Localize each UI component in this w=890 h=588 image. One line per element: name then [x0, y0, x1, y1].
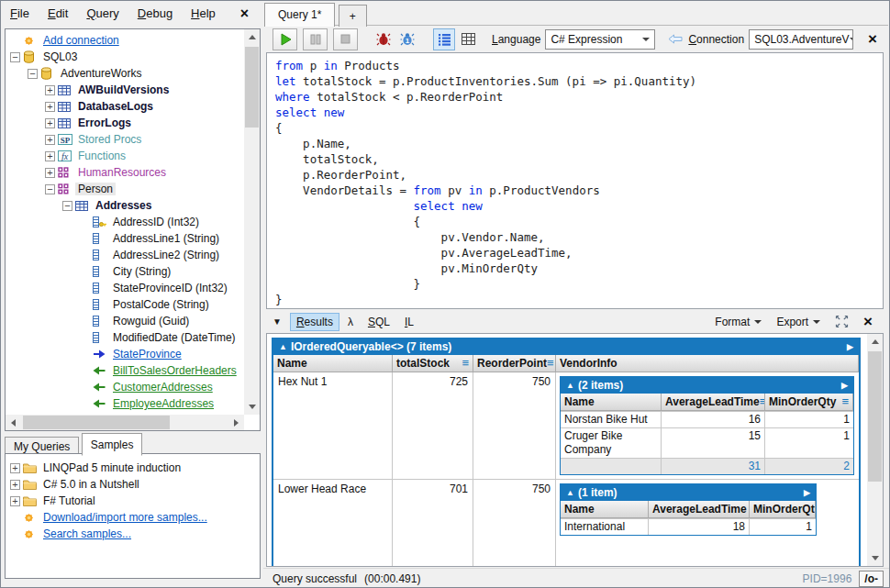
tree-item[interactable]: AddressID (Int32) [7, 214, 244, 230]
scroll-down-icon[interactable] [244, 399, 260, 415]
tree-item[interactable]: +AWBuildVersions [7, 82, 244, 98]
results-vertical-scrollbar[interactable] [867, 334, 883, 566]
tab-samples[interactable]: Samples [82, 433, 143, 456]
column-header-averageleadtime[interactable]: AverageLeadTime [649, 501, 750, 517]
tree-item[interactable]: PostalCode (String) [7, 296, 244, 313]
menu-help[interactable]: Help [182, 2, 225, 25]
data-grid-results-toggle[interactable] [457, 28, 479, 50]
nested-table-title-bar[interactable]: ▲(1 item)▶ [561, 484, 816, 501]
tree-item[interactable]: +ErrorLogs [7, 115, 244, 131]
tab-sql[interactable]: SQL [362, 313, 396, 331]
tab-il[interactable]: IL [398, 313, 420, 331]
expand-toggle[interactable]: + [45, 135, 55, 145]
scroll-right-icon[interactable] [228, 415, 244, 430]
tree-item[interactable]: Search samples... [7, 526, 260, 542]
tree-item[interactable]: +HumanResources [7, 164, 244, 181]
tree-item[interactable]: +fxFunctions [7, 148, 244, 164]
scrollbar-thumb[interactable] [868, 351, 882, 482]
expand-toggle[interactable]: + [10, 463, 20, 473]
menu-edit[interactable]: Edit [39, 2, 77, 25]
expand-toggle[interactable]: + [10, 496, 20, 506]
collapse-toggle[interactable]: − [10, 52, 20, 62]
debug-button[interactable]: 1 [396, 28, 418, 50]
tree-horizontal-scrollbar[interactable] [6, 415, 244, 430]
column-header-reorderpoint[interactable]: ReorderPoint≡ [473, 355, 556, 372]
collapse-results-icon[interactable]: ▼ [273, 316, 282, 327]
tree-item[interactable]: Add connection [7, 32, 244, 49]
scroll-left-icon[interactable] [6, 415, 21, 430]
pause-button[interactable] [303, 28, 328, 50]
tree-item[interactable]: +LINQPad 5 minute induction [7, 460, 260, 476]
column-menu-icon[interactable]: ≡ [462, 359, 469, 368]
scroll-down-icon[interactable] [867, 550, 883, 566]
expand-right-icon[interactable]: ▶ [847, 342, 853, 351]
scroll-up-icon[interactable] [867, 334, 883, 349]
tab-lambda[interactable]: λ [341, 313, 360, 331]
collapse-toggle[interactable]: − [28, 69, 38, 79]
close-icon[interactable]: × [237, 7, 252, 20]
tree-item[interactable]: AddressLine2 (String) [7, 247, 244, 263]
column-header-totalstock[interactable]: totalStock≡ [393, 355, 473, 372]
tab-results[interactable]: Results [290, 313, 339, 331]
query-editor[interactable]: from p in Productslet totalStock = p.Pro… [266, 52, 884, 309]
tree-item[interactable]: −AdventureWorks [7, 65, 244, 82]
expand-toggle[interactable]: + [45, 168, 55, 178]
nested-table-title-bar[interactable]: ▲(2 items)▶ [561, 377, 853, 394]
run-button[interactable] [273, 28, 297, 50]
new-tab-button[interactable]: + [339, 5, 367, 27]
tree-item[interactable]: CustomerAddresses [7, 379, 244, 395]
language-dropdown[interactable]: C# Expression [545, 29, 655, 50]
tree-item[interactable]: +F# Tutorial [7, 493, 260, 509]
code-text[interactable]: from p in Productslet totalStock = p.Pro… [267, 53, 883, 307]
panel-toggle-button[interactable]: /o- [859, 571, 884, 587]
tree-item[interactable]: +SPStored Procs [7, 131, 244, 148]
column-header-name[interactable]: Name [561, 394, 662, 410]
tree-item[interactable]: City (String) [7, 263, 244, 280]
tree-item[interactable]: −Addresses [7, 197, 244, 214]
tree-vertical-scrollbar[interactable] [244, 29, 260, 415]
menu-file[interactable]: File [1, 2, 39, 25]
expand-toggle[interactable]: + [45, 85, 55, 95]
tree-item[interactable]: −Person [7, 181, 244, 197]
column-menu-icon[interactable]: ≡ [841, 397, 849, 406]
column-header-minorderqty[interactable]: MinOrderQty≡ [765, 394, 853, 410]
column-header-averageleadtime[interactable]: AverageLeadTime≡ [662, 394, 765, 410]
tab-query-1[interactable]: Query 1* [264, 3, 335, 27]
scrollbar-thumb[interactable] [245, 47, 259, 128]
expand-results-button[interactable] [835, 315, 849, 328]
tree-item[interactable]: Rowguid (Guid) [7, 313, 244, 329]
expand-toggle[interactable]: + [10, 480, 20, 490]
expand-toggle[interactable]: + [45, 118, 55, 128]
column-header-vendorinfo[interactable]: VendorInfo [556, 355, 859, 372]
tree-item[interactable]: EmployeeAddresses [7, 395, 244, 412]
export-menu[interactable]: Export [776, 316, 820, 328]
scrollbar-thumb[interactable] [23, 416, 170, 429]
close-results-icon[interactable]: × [860, 316, 876, 328]
tree-item[interactable]: BillToSalesOrderHeaders [7, 362, 244, 379]
stop-button[interactable] [333, 28, 358, 50]
tree-item[interactable]: +DatabaseLogs [7, 98, 244, 115]
expand-toggle[interactable]: + [45, 151, 55, 161]
tree-item[interactable]: StateProvinceID (Int32) [7, 280, 244, 296]
scroll-up-icon[interactable] [244, 29, 260, 45]
column-header-minorderqty[interactable]: MinOrderQty [750, 501, 816, 517]
column-header-name[interactable]: Name [273, 355, 393, 372]
tree-item[interactable]: ModifiedDate (DateTime) [7, 329, 244, 346]
expand-right-icon[interactable]: ▶ [804, 488, 810, 497]
collapse-triangle-icon[interactable]: ▲ [566, 381, 574, 390]
tree-item[interactable]: Download/import more samples... [7, 509, 260, 526]
column-menu-icon[interactable]: ≡ [547, 359, 554, 368]
collapse-triangle-icon[interactable]: ▲ [279, 342, 287, 351]
expand-toggle[interactable]: + [45, 102, 55, 112]
format-menu[interactable]: Format [715, 316, 762, 328]
menu-debug[interactable]: Debug [128, 2, 182, 25]
tree-item[interactable]: StateProvince [7, 346, 244, 362]
tree-item[interactable]: −SQL03 [7, 49, 244, 65]
cancel-threads-button[interactable] [373, 28, 395, 50]
tree-item[interactable]: AddressLine1 (String) [7, 230, 244, 247]
menu-query[interactable]: Query [77, 2, 128, 25]
close-query-icon[interactable]: × [864, 33, 881, 46]
collapse-triangle-icon[interactable]: ▲ [566, 488, 574, 497]
collapse-toggle[interactable]: − [62, 201, 72, 211]
grid-title-bar[interactable]: ▲ IOrderedQueryable<> (7 items) ▶ [273, 338, 859, 355]
